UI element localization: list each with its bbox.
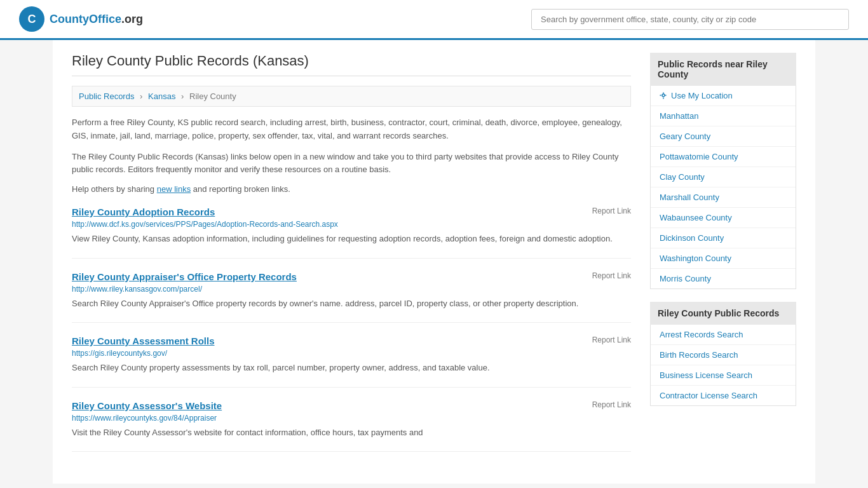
page-title: Riley County Public Records (Kansas) <box>72 53 631 76</box>
record-title-0[interactable]: Riley County Adoption Records <box>72 207 215 217</box>
intro-paragraph-2: The Riley County Public Records (Kansas)… <box>72 151 631 177</box>
county-records-title: Riley County Public Records <box>650 302 796 325</box>
location-icon <box>660 92 667 100</box>
report-link-1[interactable]: Report Link <box>592 271 631 280</box>
record-title-1[interactable]: Riley County Appraiser's Office Property… <box>72 271 297 282</box>
record-desc-3: Visit the Riley County Assessor's websit… <box>72 426 631 439</box>
record-desc-2: Search Riley County property assessments… <box>72 362 631 374</box>
record-url-1[interactable]: http://www.riley.kansasgov.com/parcel/ <box>72 285 631 294</box>
record-item: Riley County Assessment Rolls Report Lin… <box>72 336 631 388</box>
nearby-section-body: Use My Location ManhattanGeary CountyPot… <box>650 86 796 289</box>
record-item: Riley County Assessor's Website Report L… <box>72 400 631 452</box>
logo-icon: C <box>19 6 44 32</box>
record-header-1: Riley County Appraiser's Office Property… <box>72 271 631 282</box>
record-item: Riley County Adoption Records Report Lin… <box>72 207 631 259</box>
intro-paragraph-1: Perform a free Riley County, KS public r… <box>72 116 631 143</box>
report-link-0[interactable]: Report Link <box>592 207 631 215</box>
nearby-link-7[interactable]: Washington County <box>651 248 796 269</box>
breadcrumb-kansas[interactable]: Kansas <box>148 92 175 101</box>
nearby-link-8[interactable]: Morris County <box>651 269 796 288</box>
svg-point-2 <box>662 94 665 97</box>
nearby-link-0[interactable]: Manhattan <box>651 106 796 126</box>
nearby-link-5[interactable]: Wabaunsee County <box>651 208 796 228</box>
logo-text: CountyOffice.org <box>50 13 143 26</box>
record-header-2: Riley County Assessment Rolls Report Lin… <box>72 336 631 346</box>
nearby-link-2[interactable]: Pottawatomie County <box>651 147 796 167</box>
use-location-label: Use My Location <box>671 91 733 100</box>
record-url-2[interactable]: https://gis.rileycountyks.gov/ <box>72 349 631 358</box>
record-header-3: Riley County Assessor's Website Report L… <box>72 400 631 411</box>
nearby-section-title: Public Records near Riley County <box>650 53 796 86</box>
county-link-1[interactable]: Birth Records Search <box>651 345 796 365</box>
nearby-link-3[interactable]: Clay County <box>651 167 796 187</box>
county-links: Arrest Records SearchBirth Records Searc… <box>651 325 796 405</box>
county-link-2[interactable]: Business License Search <box>651 365 796 386</box>
record-title-3[interactable]: Riley County Assessor's Website <box>72 400 222 411</box>
record-desc-1: Search Riley County Appraiser's Office p… <box>72 297 631 310</box>
report-link-3[interactable]: Report Link <box>592 400 631 409</box>
county-link-0[interactable]: Arrest Records Search <box>651 325 796 345</box>
nearby-link-1[interactable]: Geary County <box>651 126 796 147</box>
county-records-body: Arrest Records SearchBirth Records Searc… <box>650 325 796 406</box>
record-title-2[interactable]: Riley County Assessment Rolls <box>72 336 215 346</box>
breadcrumb-public-records[interactable]: Public Records <box>79 92 134 101</box>
svg-text:C: C <box>28 13 36 25</box>
nearby-links: ManhattanGeary CountyPottawatomie County… <box>651 106 796 288</box>
report-link-2[interactable]: Report Link <box>592 336 631 344</box>
county-records-section: Riley County Public Records Arrest Recor… <box>650 302 796 406</box>
record-item: Riley County Appraiser's Office Property… <box>72 271 631 323</box>
record-url-0[interactable]: http://www.dcf.ks.gov/services/PPS/Pages… <box>72 220 631 229</box>
new-links-link[interactable]: new links <box>157 184 191 194</box>
nearby-link-6[interactable]: Dickinson County <box>651 228 796 248</box>
sidebar: Public Records near Riley County Use My … <box>650 53 796 471</box>
record-desc-0: View Riley County, Kansas adoption infor… <box>72 233 631 245</box>
logo-area: C CountyOffice.org <box>19 6 143 32</box>
record-url-3[interactable]: https://www.rileycountyks.gov/84/Apprais… <box>72 414 631 423</box>
search-input[interactable] <box>531 9 849 30</box>
record-header-0: Riley County Adoption Records Report Lin… <box>72 207 631 217</box>
use-my-location[interactable]: Use My Location <box>651 86 796 106</box>
nearby-link-4[interactable]: Marshall County <box>651 187 796 208</box>
breadcrumb-riley-county: Riley County <box>189 92 236 101</box>
breadcrumb: Public Records › Kansas › Riley County <box>72 86 631 107</box>
records-list: Riley County Adoption Records Report Lin… <box>72 207 631 452</box>
nearby-section: Public Records near Riley County Use My … <box>650 53 796 289</box>
county-link-3[interactable]: Contractor License Search <box>651 386 796 405</box>
help-text: Help others by sharing new links and rep… <box>72 184 631 194</box>
